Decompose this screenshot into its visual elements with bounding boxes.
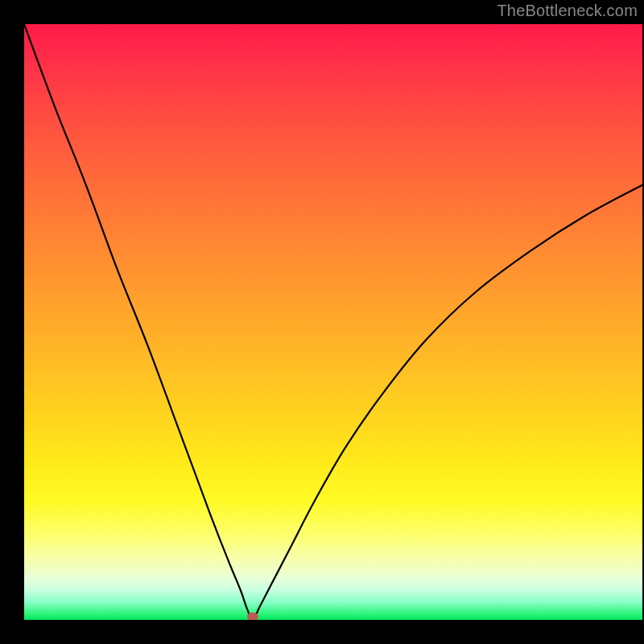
- optimal-point-marker: [247, 613, 258, 620]
- plot-area: [24, 24, 642, 620]
- watermark-text: TheBottleneck.com: [497, 2, 638, 20]
- bottleneck-curve: [24, 24, 642, 620]
